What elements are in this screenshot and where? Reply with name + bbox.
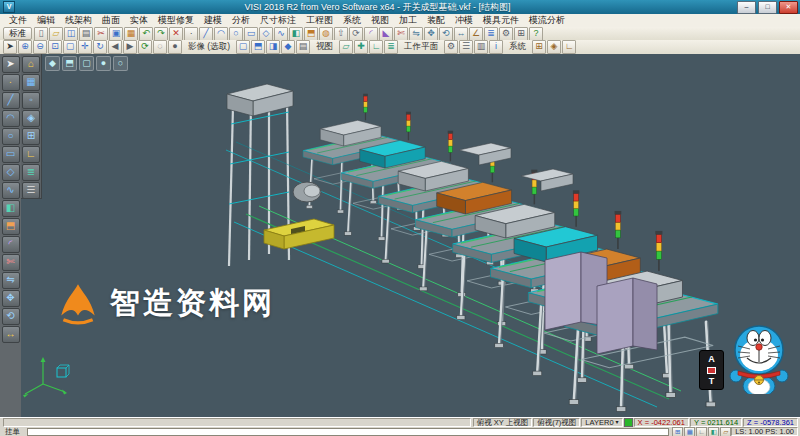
line-tool-icon[interactable]: ╱	[2, 92, 20, 109]
database-icon[interactable]: ▥	[474, 40, 488, 54]
cut-icon[interactable]: ✂	[94, 27, 108, 41]
spline-icon[interactable]: ∿	[274, 27, 288, 41]
open-file-icon[interactable]: ▱	[49, 27, 63, 41]
surface-tool-icon[interactable]: ◧	[2, 200, 20, 217]
menu-item[interactable]: 模具元件	[478, 14, 524, 27]
settings-icon[interactable]: ⚙	[499, 27, 513, 41]
ortho-toggle-icon[interactable]: ∟	[22, 146, 40, 163]
properties-panel-icon[interactable]: ☰	[22, 182, 40, 199]
overlay-letter-t[interactable]: T	[709, 377, 715, 386]
next-view-icon[interactable]: ▶	[123, 40, 137, 54]
new-file-icon[interactable]: ▯	[34, 27, 48, 41]
menu-item[interactable]: 曲面	[97, 14, 125, 27]
trim-icon[interactable]: ✄	[394, 27, 408, 41]
redo-icon[interactable]: ↷	[154, 27, 168, 41]
toolbar-group-system[interactable]: 系统	[505, 41, 530, 53]
toolbar-group-image-select[interactable]: 影像 (选取)	[184, 41, 234, 53]
arc-tool-icon[interactable]: ◠	[2, 110, 20, 127]
select-arrow-icon[interactable]: ➤	[2, 56, 20, 73]
menu-item[interactable]: 装配	[422, 14, 450, 27]
iso-view-icon[interactable]: ◆	[45, 56, 60, 71]
layer-dropdown-arrow[interactable]: ▾	[616, 419, 619, 426]
menu-item[interactable]: 分析	[227, 14, 255, 27]
workplane-xy-icon[interactable]: ▱	[339, 40, 353, 54]
menu-item[interactable]: 系统	[338, 14, 366, 27]
trim-tool-icon[interactable]: ✄	[2, 254, 20, 271]
point-tool-icon[interactable]: ∙	[2, 74, 20, 91]
chamfer-icon[interactable]: ◣	[379, 27, 393, 41]
units-icon[interactable]: ▱	[720, 427, 731, 436]
ortho-toggle-icon[interactable]: ∟	[696, 427, 707, 436]
menu-item[interactable]: 建模	[199, 14, 227, 27]
pan-icon[interactable]: ✛	[78, 40, 92, 54]
dimension-tool-icon[interactable]: ↔	[2, 326, 20, 343]
model-viewport[interactable]: ◆⬒▢●○ 智造资料网 A T	[21, 54, 800, 418]
menu-item[interactable]: 模流分析	[524, 14, 570, 27]
move-tool-icon[interactable]: ✥	[2, 290, 20, 307]
show-entity-icon[interactable]: ●	[168, 40, 182, 54]
snap-end-icon[interactable]: ◦	[22, 92, 40, 109]
grid-icon[interactable]: ⊞	[22, 128, 40, 145]
title-bar[interactable]: V VISI 2018 R2 from Vero Software x64 - …	[0, 0, 800, 14]
line-icon[interactable]: ╱	[199, 27, 213, 41]
sphere-icon[interactable]: ◍	[319, 27, 333, 41]
snap-grid-icon[interactable]: ⊞	[532, 40, 546, 54]
maximize-button[interactable]: □	[758, 1, 777, 14]
redraw-icon[interactable]: ⟳	[138, 40, 152, 54]
menu-item[interactable]: 冲模	[450, 14, 478, 27]
mirror-icon[interactable]: ⇋	[409, 27, 423, 41]
arc-icon[interactable]: ◠	[214, 27, 228, 41]
snap-toggle-icon[interactable]: ⊞	[672, 427, 683, 436]
rotate-view-icon[interactable]: ↻	[93, 40, 107, 54]
solid-tool-icon[interactable]: ⬒	[2, 218, 20, 235]
rotate-icon[interactable]: ⟲	[439, 27, 453, 41]
fillet-icon[interactable]: ◜	[364, 27, 378, 41]
zoom-window-icon[interactable]: ⊡	[48, 40, 62, 54]
front-view-icon[interactable]: ▢	[79, 56, 94, 71]
overlay-tool-panel[interactable]: A T	[699, 350, 724, 390]
menu-item[interactable]: 编辑	[32, 14, 60, 27]
mirror-tool-icon[interactable]: ⇋	[2, 272, 20, 289]
snap-point-icon[interactable]: ◈	[547, 40, 561, 54]
view-right-icon[interactable]: ◨	[266, 40, 280, 54]
zoom-fit-icon[interactable]: ▢	[63, 40, 77, 54]
point-icon[interactable]: ∙	[184, 27, 198, 41]
rect-tool-icon[interactable]: ▭	[2, 146, 20, 163]
menu-item[interactable]: 实体	[125, 14, 153, 27]
menu-item[interactable]: 加工	[394, 14, 422, 27]
solid-box-icon[interactable]: ⬒	[304, 27, 318, 41]
polygon-tool-icon[interactable]: ◇	[2, 164, 20, 181]
menu-item[interactable]: 尺寸标注	[255, 14, 301, 27]
help-icon[interactable]: ?	[529, 27, 543, 41]
delete-icon[interactable]: ✕	[169, 27, 183, 41]
zoom-in-icon[interactable]: ⊕	[18, 40, 32, 54]
surface-icon[interactable]: ◧	[289, 27, 303, 41]
polygon-icon[interactable]: ◇	[259, 27, 273, 41]
toolbar-group-workplane[interactable]: 工作平面	[400, 41, 442, 53]
scale-icon[interactable]: ↔	[454, 27, 468, 41]
grid-toggle-icon[interactable]: ▦	[684, 427, 695, 436]
menu-item[interactable]: 线架构	[60, 14, 97, 27]
paste-icon[interactable]: ▦	[124, 27, 138, 41]
fillet-tool-icon[interactable]: ◜	[2, 236, 20, 253]
toolbar-standard-label[interactable]: 标准	[3, 27, 32, 40]
select-icon[interactable]: ➤	[3, 40, 17, 54]
minimize-button[interactable]: –	[737, 1, 756, 14]
layers-icon[interactable]: ≣	[484, 27, 498, 41]
view-info[interactable]: 俯视(7)视图	[533, 418, 580, 427]
spline-tool-icon[interactable]: ∿	[2, 182, 20, 199]
layer-indicator-icon[interactable]: ◧	[708, 427, 719, 436]
menu-item[interactable]: 文件	[4, 14, 32, 27]
menu-item[interactable]: 视图	[366, 14, 394, 27]
save-icon[interactable]: ◫	[64, 27, 78, 41]
workplane-align-icon[interactable]: ∟	[369, 40, 383, 54]
hide-entity-icon[interactable]: ◌	[153, 40, 167, 54]
ortho-icon[interactable]: ∟	[562, 40, 576, 54]
move-icon[interactable]: ✥	[424, 27, 438, 41]
top-view-icon[interactable]: ⬒	[62, 56, 77, 71]
wcs-icon[interactable]: ⌂	[22, 56, 40, 73]
layers-panel-icon[interactable]: ≣	[22, 164, 40, 181]
overlay-letter-a[interactable]: A	[708, 355, 715, 364]
view-cube-icon[interactable]: ▦	[22, 74, 40, 91]
view-iso-icon[interactable]: ◆	[281, 40, 295, 54]
